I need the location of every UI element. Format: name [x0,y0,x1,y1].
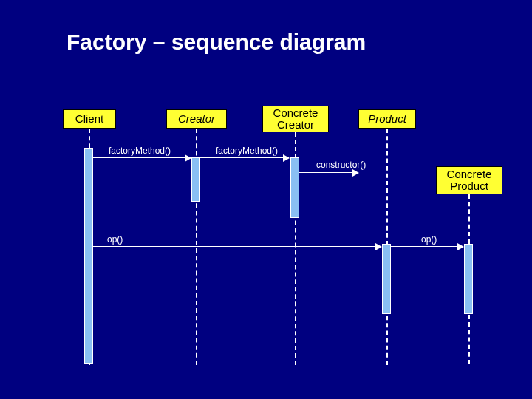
arrow-constructor [299,172,358,173]
activation-client [84,148,93,364]
label-constructor: constructor() [316,160,366,170]
activation-concrete-creator [290,157,299,218]
page-title: Factory – sequence diagram [66,30,366,55]
participant-client: Client [63,109,116,129]
label-factory-method-2: factoryMethod() [216,146,278,156]
arrow-factory-method-2 [200,157,289,158]
arrow-op-2 [391,246,463,247]
participant-creator: Creator [166,109,227,129]
label-factory-method-1: factoryMethod() [109,146,171,156]
participant-concrete-creator: Concrete Creator [262,106,329,132]
activation-creator [191,157,200,202]
participant-concrete-product: Concrete Product [436,166,502,194]
activation-concrete-product [464,244,473,314]
participant-product: Product [358,109,416,129]
arrow-op-1 [93,246,381,247]
activation-product [382,244,391,314]
label-op-1: op() [107,234,123,245]
label-op-2: op() [421,234,437,245]
arrow-factory-method-1 [93,157,191,158]
